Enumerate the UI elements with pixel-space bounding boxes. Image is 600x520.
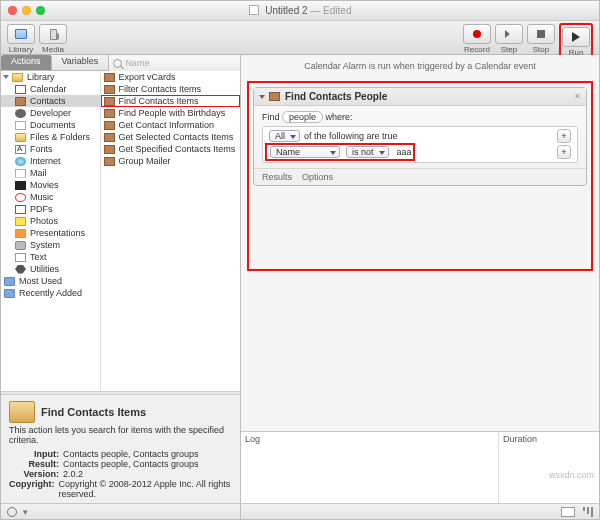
action-item[interactable]: Find Contacts Items xyxy=(101,95,240,107)
library-item-label: Mail xyxy=(30,168,47,178)
action-results-tab[interactable]: Results xyxy=(262,172,292,182)
disclosure-triangle-icon[interactable] xyxy=(3,75,9,79)
contacts-icon xyxy=(104,85,115,94)
step-button[interactable] xyxy=(495,24,523,44)
search-input[interactable]: Name xyxy=(125,58,236,68)
category-icon xyxy=(15,193,26,202)
library-item-documents[interactable]: Documents xyxy=(1,119,100,131)
library-item-system[interactable]: System xyxy=(1,239,100,251)
category-icon xyxy=(15,217,26,226)
window-title: Untitled 2 xyxy=(265,5,307,16)
workflow-action[interactable]: Find Contacts People × Find people where… xyxy=(253,87,587,186)
library-item-internet[interactable]: Internet xyxy=(1,155,100,167)
library-item-music[interactable]: Music xyxy=(1,191,100,203)
library-tag-most-used[interactable]: Most Used xyxy=(1,275,100,287)
contacts-icon xyxy=(104,157,115,166)
record-button[interactable] xyxy=(463,24,491,44)
detail-input-key: Input: xyxy=(9,449,59,459)
right-footer xyxy=(241,503,599,519)
library-item-presentations[interactable]: Presentations xyxy=(1,227,100,239)
library-tag-label: Recently Added xyxy=(19,288,82,298)
add-subcondition-button[interactable]: + xyxy=(557,145,571,159)
category-icon xyxy=(15,205,26,214)
category-icon xyxy=(15,181,26,190)
log-pane: Log Duration xyxy=(241,431,599,503)
category-icon xyxy=(15,169,26,178)
action-item[interactable]: Find People with Birthdays xyxy=(101,107,240,119)
contacts-icon xyxy=(104,97,115,106)
library-root-label: Library xyxy=(27,72,55,82)
action-title: Find Contacts People xyxy=(285,91,387,102)
tab-actions[interactable]: Actions xyxy=(1,55,52,70)
library-item-utilities[interactable]: Utilities xyxy=(1,263,100,275)
close-window-button[interactable] xyxy=(8,6,17,15)
gear-icon[interactable] xyxy=(7,507,17,517)
find-label: Find xyxy=(262,112,280,122)
library-item-developer[interactable]: Developer xyxy=(1,107,100,119)
find-target-token[interactable]: people xyxy=(282,111,323,123)
contacts-icon xyxy=(104,145,115,154)
log-level-icon[interactable] xyxy=(583,507,593,517)
media-toolbar-button[interactable] xyxy=(39,24,67,44)
library-item-fonts[interactable]: Fonts xyxy=(1,143,100,155)
action-options-tab[interactable]: Options xyxy=(302,172,333,182)
footer-menu-caret[interactable]: ▾ xyxy=(23,507,28,517)
log-header: Log xyxy=(245,434,260,444)
action-header[interactable]: Find Contacts People × xyxy=(254,88,586,106)
duration-header: Duration xyxy=(503,434,537,444)
detail-input-value: Contacts people, Contacts groups xyxy=(63,449,199,459)
field-select[interactable]: Name xyxy=(270,146,340,158)
scope-select[interactable]: All xyxy=(269,130,300,142)
step-label: Step xyxy=(501,45,517,54)
library-toolbar-label: Library xyxy=(9,45,33,54)
library-item-contacts[interactable]: Contacts xyxy=(1,95,100,107)
step-icon xyxy=(505,30,513,38)
workflow-trigger-hint: Calendar Alarm is run when triggered by … xyxy=(241,55,599,77)
library-item-movies[interactable]: Movies xyxy=(1,179,100,191)
watermark: wsxdn.com xyxy=(549,470,594,480)
workflow-view-toggle[interactable] xyxy=(561,507,575,517)
action-item[interactable]: Get Selected Contacts Items xyxy=(101,131,240,143)
action-item-label: Filter Contacts Items xyxy=(119,84,202,94)
condition-value-input[interactable]: aaa xyxy=(397,147,412,157)
action-close-button[interactable]: × xyxy=(575,91,580,101)
action-item[interactable]: Export vCards xyxy=(101,71,240,83)
action-item[interactable]: Get Contact Information xyxy=(101,119,240,131)
contacts-icon xyxy=(104,121,115,130)
zoom-window-button[interactable] xyxy=(36,6,45,15)
tab-variables[interactable]: Variables xyxy=(52,55,110,70)
workflow-canvas[interactable]: Find Contacts People × Find people where… xyxy=(241,77,599,431)
detail-description: This action lets you search for items wi… xyxy=(9,425,232,445)
contacts-icon xyxy=(104,109,115,118)
action-item[interactable]: Filter Contacts Items xyxy=(101,83,240,95)
library-tag-recently-added[interactable]: Recently Added xyxy=(1,287,100,299)
category-icon xyxy=(15,109,26,118)
library-item-mail[interactable]: Mail xyxy=(1,167,100,179)
library-item-label: Text xyxy=(30,252,47,262)
action-item-label: Group Mailer xyxy=(119,156,171,166)
library-item-label: Fonts xyxy=(30,144,53,154)
detail-result-key: Result: xyxy=(9,459,59,469)
action-disclosure-icon[interactable] xyxy=(259,95,265,99)
action-item-label: Find People with Birthdays xyxy=(119,108,226,118)
operator-select[interactable]: is not xyxy=(346,146,389,158)
action-item-label: Get Specified Contacts Items xyxy=(119,144,236,154)
library-item-pdfs[interactable]: PDFs xyxy=(1,203,100,215)
detail-copyright-value: Copyright © 2008-2012 Apple Inc. All rig… xyxy=(59,479,233,499)
run-button[interactable] xyxy=(562,27,590,47)
library-root[interactable]: Library xyxy=(1,71,100,83)
category-icon xyxy=(15,97,26,106)
action-item[interactable]: Group Mailer xyxy=(101,155,240,167)
library-item-calendar[interactable]: Calendar xyxy=(1,83,100,95)
library-item-label: Internet xyxy=(30,156,61,166)
library-toolbar-button[interactable] xyxy=(7,24,35,44)
stop-button[interactable] xyxy=(527,24,555,44)
minimize-window-button[interactable] xyxy=(22,6,31,15)
canvas-highlight: Find Contacts People × Find people where… xyxy=(247,81,593,271)
library-item-text[interactable]: Text xyxy=(1,251,100,263)
library-icon xyxy=(15,29,27,39)
action-item[interactable]: Get Specified Contacts Items xyxy=(101,143,240,155)
add-condition-button[interactable]: + xyxy=(557,129,571,143)
library-item-photos[interactable]: Photos xyxy=(1,215,100,227)
library-item-files-folders[interactable]: Files & Folders xyxy=(1,131,100,143)
